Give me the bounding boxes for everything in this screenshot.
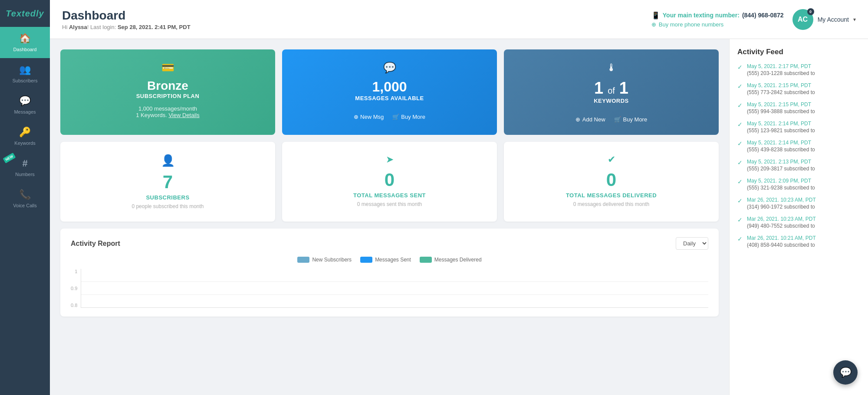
buy-more-numbers-link[interactable]: ⊕ Buy more phone numbers xyxy=(651,21,784,28)
messages-sent-stat-card: ➤ 0 TOTAL MESSAGES SENT 0 messages sent … xyxy=(282,142,497,222)
sidebar-item-voice-calls[interactable]: 📞 Voice Calls xyxy=(0,183,50,214)
sidebar-label-dashboard: Dashboard xyxy=(13,47,37,52)
sidebar: Textedly 🏠 Dashboard 👥 Subscribers 💬 Mes… xyxy=(0,0,50,395)
activity-feed-list: ✓ May 5, 2021. 2:17 PM, PDT (555) 203-12… xyxy=(737,63,860,248)
messages-delivered-title: TOTAL MESSAGES DELIVERED xyxy=(566,192,657,199)
activity-report-section: Activity Report Daily New Subscribers Me… xyxy=(60,229,719,317)
feed-check-icon: ✓ xyxy=(737,197,743,204)
feed-date: May 5, 2021. 2:15 PM, PDT xyxy=(747,101,815,108)
stats-cards-grid: 👤 7 SUBSCRIBERS 0 people subscribed this… xyxy=(60,142,719,222)
keywords-actions: ⊕ Add New 🛒 Buy More xyxy=(575,116,647,123)
feed-desc: (555) 209-3817 subscribed to xyxy=(747,166,815,172)
feed-date: Mar 26, 2021. 10:23 AM, PDT xyxy=(747,197,816,203)
plus-icon: ⊕ xyxy=(651,21,656,28)
keywords-subtitle: KEYWORDS xyxy=(594,98,629,104)
feed-text: May 5, 2021. 2:15 PM, PDT (555) 773-2842… xyxy=(747,82,815,95)
sidebar-item-keywords[interactable]: 🔑 Keywords xyxy=(0,121,50,152)
header: Dashboard Hi Alyssa! Last login: Sep 28,… xyxy=(50,0,868,39)
texting-number-value: (844) 968-0872 xyxy=(742,12,784,19)
feed-item: ✓ Mar 26, 2021. 10:23 AM, PDT (314) 960-… xyxy=(737,197,860,210)
avatar: AC 0 xyxy=(792,9,813,30)
home-icon: 🏠 xyxy=(19,33,31,44)
keywords-used: 1 xyxy=(594,79,603,98)
chart-area xyxy=(81,269,708,308)
content-area: 💳 Bronze SUBSCRIPTION PLAN 1,000 message… xyxy=(50,39,868,395)
last-login-date: Sep 28, 2021. 2:41 PM, PDT xyxy=(118,24,191,30)
chart-wrapper: 1 0.9 0.8 xyxy=(71,269,708,308)
messages-sent-title: TOTAL MESSAGES SENT xyxy=(353,192,426,199)
feed-item: ✓ Mar 26, 2021. 10:23 AM, PDT (949) 480-… xyxy=(737,216,860,229)
buy-more-messages-button[interactable]: 🛒 Buy More xyxy=(392,114,425,120)
sidebar-item-numbers[interactable]: NEW # Numbers xyxy=(0,152,50,183)
notification-badge: 0 xyxy=(807,8,814,15)
messages-delivered-count: 0 xyxy=(606,170,616,190)
feed-item: ✓ May 5, 2021. 2:14 PM, PDT (555) 123-98… xyxy=(737,121,860,134)
user-name: Alyssa xyxy=(69,24,87,30)
feed-item: ✓ May 5, 2021. 2:13 PM, PDT (555) 209-38… xyxy=(737,159,860,172)
chat-icon: 💬 xyxy=(840,367,852,378)
legend-new-subscribers: New Subscribers xyxy=(297,257,352,263)
feed-text: May 5, 2021. 2:15 PM, PDT (555) 994-3888… xyxy=(747,101,815,114)
plan-detail1: 1,000 messages/month xyxy=(138,105,197,112)
plan-card-icon: 💳 xyxy=(161,62,174,74)
feed-item: ✓ May 5, 2021. 2:09 PM, PDT (555) 321-92… xyxy=(737,178,860,191)
feed-date: May 5, 2021. 2:13 PM, PDT xyxy=(747,159,815,165)
feed-desc: (408) 858-9440 subscribed to xyxy=(747,242,816,248)
add-new-keyword-button[interactable]: ⊕ Add New xyxy=(575,116,605,123)
new-msg-button[interactable]: ⊕ New Msg xyxy=(354,114,384,120)
sidebar-item-messages[interactable]: 💬 Messages xyxy=(0,89,50,121)
legend-color-new-sub xyxy=(297,257,309,263)
keywords-card-icon: 🌡 xyxy=(606,62,617,74)
feed-text: Mar 26, 2021. 10:21 AM, PDT (408) 858-94… xyxy=(747,235,816,248)
legend-messages-delivered: Messages Delivered xyxy=(420,257,482,263)
report-interval-dropdown[interactable]: Daily xyxy=(676,237,708,250)
legend-label-new-sub: New Subscribers xyxy=(312,257,352,263)
feed-check-icon: ✓ xyxy=(737,178,743,185)
sidebar-item-subscribers[interactable]: 👥 Subscribers xyxy=(0,58,50,89)
feed-text: Mar 26, 2021. 10:23 AM, PDT (949) 480-75… xyxy=(747,216,816,229)
feed-check-icon: ✓ xyxy=(737,140,743,147)
last-login-label: Last login: xyxy=(90,24,116,30)
feed-check-icon: ✓ xyxy=(737,216,743,223)
cart-icon: 🛒 xyxy=(392,114,399,120)
feed-check-icon: ✓ xyxy=(737,159,743,166)
feed-item: ✓ May 5, 2021. 2:17 PM, PDT (555) 203-12… xyxy=(737,63,860,76)
messages-sent-sub: 0 messages sent this month xyxy=(357,201,422,207)
feed-desc: (949) 480-7552 subscribed to xyxy=(747,223,816,229)
feed-date: May 5, 2021. 2:09 PM, PDT xyxy=(747,178,815,184)
y-label-08: 0.8 xyxy=(71,303,77,308)
account-area[interactable]: AC 0 My Account ▾ xyxy=(792,9,856,30)
feed-check-icon: ✓ xyxy=(737,83,743,90)
feed-date: May 5, 2021. 2:15 PM, PDT xyxy=(747,82,815,88)
legend-color-msg-sent xyxy=(360,257,372,263)
avatar-initials: AC xyxy=(798,16,808,23)
feed-text: May 5, 2021. 2:09 PM, PDT (555) 321-9238… xyxy=(747,178,815,191)
sidebar-label-messages: Messages xyxy=(14,109,36,114)
legend-messages-sent: Messages Sent xyxy=(360,257,411,263)
activity-report-header: Activity Report Daily xyxy=(71,237,708,250)
feed-item: ✓ May 5, 2021. 2:14 PM, PDT (555) 439-82… xyxy=(737,140,860,153)
add-keyword-icon: ⊕ xyxy=(575,116,580,123)
activity-feed-title: Activity Feed xyxy=(737,48,860,56)
feed-desc: (555) 203-1228 subscribed to xyxy=(747,70,815,76)
keywords-total: 1 xyxy=(619,79,628,98)
buy-more-keywords-button[interactable]: 🛒 Buy More xyxy=(614,116,648,123)
feed-check-icon: ✓ xyxy=(737,102,743,109)
feed-text: May 5, 2021. 2:14 PM, PDT (555) 123-9821… xyxy=(747,121,815,134)
feed-check-icon: ✓ xyxy=(737,64,743,71)
y-label-1: 1 xyxy=(75,269,77,274)
plan-subtitle: SUBSCRIPTION PLAN xyxy=(136,93,200,99)
app-logo: Textedly xyxy=(0,0,50,27)
feed-date: May 5, 2021. 2:14 PM, PDT xyxy=(747,121,815,127)
sidebar-item-dashboard[interactable]: 🏠 Dashboard xyxy=(0,27,50,58)
feed-desc: (314) 960-1972 subscribed to xyxy=(747,204,816,210)
keywords-card: 🌡 1 of 1 KEYWORDS ⊕ Add New 🛒 xyxy=(504,49,719,135)
messages-actions: ⊕ New Msg 🛒 Buy More xyxy=(354,114,425,120)
feed-item: ✓ May 5, 2021. 2:15 PM, PDT (555) 773-28… xyxy=(737,82,860,95)
feed-date: May 5, 2021. 2:17 PM, PDT xyxy=(747,63,815,69)
subscribers-stat-icon: 👤 xyxy=(161,154,175,167)
chat-button[interactable]: 💬 xyxy=(833,360,858,385)
feed-desc: (555) 321-9238 subscribed to xyxy=(747,185,815,191)
view-details-link[interactable]: View Details xyxy=(168,112,199,118)
buy-more-label: Buy more phone numbers xyxy=(659,21,724,28)
